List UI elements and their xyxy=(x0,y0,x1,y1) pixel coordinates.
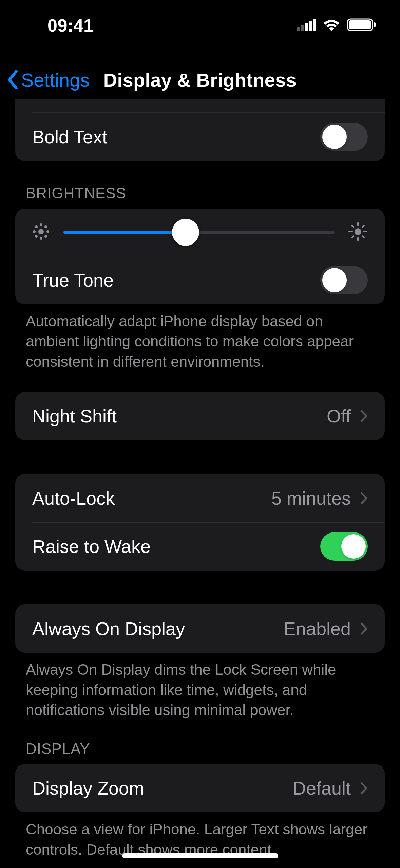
true-tone-footer: Automatically adapt iPhone display based… xyxy=(26,311,374,372)
display-header: DISPLAY xyxy=(26,740,374,757)
svg-line-24 xyxy=(352,236,354,238)
sun-min-icon xyxy=(32,223,50,242)
always-on-display-value: Enabled xyxy=(284,618,351,639)
svg-rect-3 xyxy=(309,21,312,31)
svg-point-8 xyxy=(38,229,44,234)
wifi-icon xyxy=(323,18,340,33)
brightness-group: True Tone xyxy=(15,209,385,304)
true-tone-label: True Tone xyxy=(32,270,114,291)
display-zoom-label: Display Zoom xyxy=(32,778,144,799)
night-shift-cell[interactable]: Night Shift Off xyxy=(15,392,385,440)
status-time: 09:41 xyxy=(47,15,94,36)
svg-line-23 xyxy=(362,236,364,238)
status-icons xyxy=(297,18,376,33)
nav-bar: Settings Display & Brightness xyxy=(0,61,400,98)
svg-point-15 xyxy=(36,236,37,237)
svg-line-22 xyxy=(352,225,354,227)
status-bar: 09:41 xyxy=(0,0,400,51)
auto-lock-value: 5 minutes xyxy=(271,488,351,509)
back-label: Settings xyxy=(21,69,90,91)
svg-rect-6 xyxy=(349,20,371,29)
svg-point-10 xyxy=(40,238,42,239)
bold-text-cell[interactable]: Bold Text xyxy=(15,113,385,161)
svg-point-12 xyxy=(47,231,49,232)
svg-point-9 xyxy=(40,224,42,225)
auto-lock-cell[interactable]: Auto-Lock 5 minutes xyxy=(15,474,385,522)
chevron-right-icon xyxy=(360,622,368,635)
auto-lock-label: Auto-Lock xyxy=(32,488,115,509)
display-zoom-cell[interactable]: Display Zoom Default xyxy=(15,764,385,812)
back-button[interactable]: Settings xyxy=(7,69,90,91)
aod-footer: Always On Display dims the Lock Screen w… xyxy=(26,659,374,720)
chevron-left-icon xyxy=(7,70,19,89)
true-tone-cell[interactable]: True Tone xyxy=(15,256,385,304)
svg-point-17 xyxy=(355,228,361,235)
svg-rect-7 xyxy=(374,22,376,27)
aod-group: Always On Display Enabled xyxy=(15,604,385,653)
raise-to-wake-toggle[interactable] xyxy=(320,532,368,561)
svg-rect-2 xyxy=(305,23,308,31)
display-zoom-value: Default xyxy=(293,778,351,799)
bold-text-toggle[interactable] xyxy=(320,123,368,151)
svg-point-13 xyxy=(36,226,37,228)
brightness-header: BRIGHTNESS xyxy=(26,185,374,202)
night-shift-group: Night Shift Off xyxy=(15,392,385,440)
home-indicator[interactable] xyxy=(122,853,278,858)
svg-line-25 xyxy=(362,225,364,227)
svg-rect-4 xyxy=(313,19,316,31)
chevron-right-icon xyxy=(360,492,368,505)
svg-point-11 xyxy=(34,231,35,232)
battery-icon xyxy=(347,18,376,33)
svg-rect-1 xyxy=(301,25,304,31)
always-on-display-cell[interactable]: Always On Display Enabled xyxy=(15,604,385,653)
raise-to-wake-cell[interactable]: Raise to Wake xyxy=(15,522,385,571)
brightness-slider[interactable] xyxy=(63,231,335,234)
display-zoom-group: Display Zoom Default xyxy=(15,764,385,812)
svg-rect-0 xyxy=(297,27,300,31)
sun-max-icon xyxy=(348,222,368,243)
always-on-display-label: Always On Display xyxy=(32,618,185,639)
svg-point-14 xyxy=(45,226,46,228)
night-shift-label: Night Shift xyxy=(32,405,117,427)
raise-to-wake-label: Raise to Wake xyxy=(32,536,151,557)
settings-content[interactable]: Bold Text BRIGHTNESS xyxy=(0,99,400,868)
brightness-slider-cell[interactable] xyxy=(15,209,385,256)
bold-text-label: Bold Text xyxy=(32,126,107,147)
svg-point-16 xyxy=(45,236,46,237)
night-shift-value: Off xyxy=(327,405,351,427)
lock-group: Auto-Lock 5 minutes Raise to Wake xyxy=(15,474,385,571)
text-group: Bold Text xyxy=(15,99,385,161)
true-tone-toggle[interactable] xyxy=(320,266,368,294)
chevron-right-icon xyxy=(360,410,368,422)
cellular-signal-icon xyxy=(297,19,316,32)
chevron-right-icon xyxy=(360,782,368,795)
page-title: Display & Brightness xyxy=(103,69,297,91)
